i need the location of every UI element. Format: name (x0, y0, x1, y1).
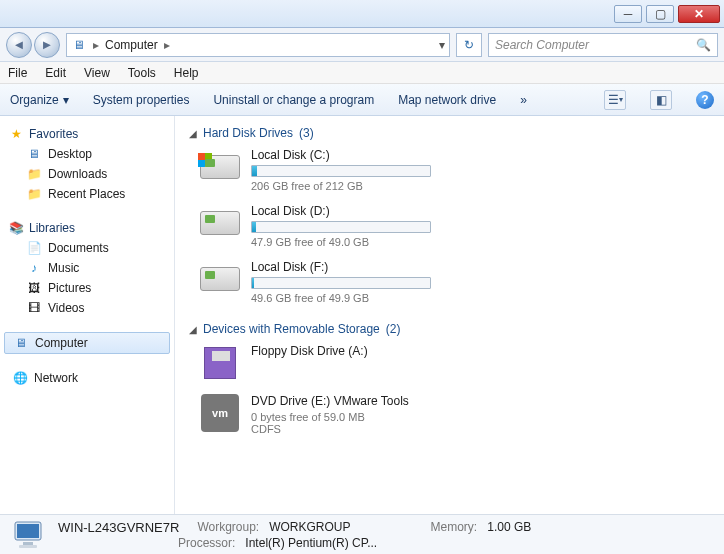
sidebar-item-downloads[interactable]: 📁Downloads (4, 164, 170, 184)
workgroup-value: WORKGROUP (269, 520, 350, 535)
section-removable-storage[interactable]: ◢ Devices with Removable Storage (2) (189, 322, 710, 336)
menu-help[interactable]: Help (174, 66, 199, 80)
usage-text: 49.6 GB free of 49.9 GB (251, 292, 449, 304)
address-dropdown-icon[interactable]: ▾ (439, 38, 445, 52)
breadcrumb-computer[interactable]: Computer (105, 38, 158, 52)
downloads-icon: 📁 (26, 166, 42, 182)
nav-bar: ◄ ► 🖥 ▸ Computer ▸ ▾ ↻ Search Computer 🔍 (0, 28, 724, 62)
computer-name: WIN-L243GVRNE7R (58, 520, 179, 535)
memory-label: Memory: (431, 520, 478, 535)
system-properties-button[interactable]: System properties (93, 93, 190, 107)
drive-label: Local Disk (D:) (251, 204, 449, 218)
hdd-icon (199, 204, 241, 242)
svg-rect-1 (17, 524, 39, 538)
drive-label: Local Disk (F:) (251, 260, 449, 274)
sidebar-item-recent-places[interactable]: 📁Recent Places (4, 184, 170, 204)
usage-text: 206 GB free of 212 GB (251, 180, 449, 192)
menu-tools[interactable]: Tools (128, 66, 156, 80)
organize-button[interactable]: Organize▾ (10, 93, 69, 107)
menu-file[interactable]: File (8, 66, 27, 80)
sidebar-item-documents[interactable]: 📄Documents (4, 238, 170, 258)
dvd-icon: vm (199, 394, 241, 432)
videos-icon: 🎞 (26, 300, 42, 316)
breadcrumb-sep: ▸ (91, 38, 101, 52)
usage-text: 0 bytes free of 59.0 MB (251, 411, 449, 423)
filesystem-text: CDFS (251, 423, 449, 435)
search-icon: 🔍 (696, 38, 711, 52)
star-icon: ★ (8, 126, 24, 142)
documents-icon: 📄 (26, 240, 42, 256)
view-mode-button[interactable]: ☰▾ (604, 90, 626, 110)
menu-bar: File Edit View Tools Help (0, 62, 724, 84)
usage-bar (251, 221, 431, 233)
section-hard-disk-drives[interactable]: ◢ Hard Disk Drives (3) (189, 126, 710, 140)
computer-large-icon (12, 519, 48, 551)
search-placeholder: Search Computer (495, 38, 589, 52)
address-bar[interactable]: 🖥 ▸ Computer ▸ ▾ (66, 33, 450, 57)
maximize-button[interactable]: ▢ (646, 5, 674, 23)
svg-rect-2 (23, 542, 33, 545)
sidebar-item-videos[interactable]: 🎞Videos (4, 298, 170, 318)
collapse-icon: ◢ (189, 128, 197, 139)
search-input[interactable]: Search Computer 🔍 (488, 33, 718, 57)
processor-label: Processor: (178, 536, 235, 550)
drive-label: DVD Drive (E:) VMware Tools (251, 394, 449, 408)
drive-c[interactable]: Local Disk (C:) 206 GB free of 212 GB (199, 148, 449, 192)
sidebar-libraries-header[interactable]: 📚 Libraries (4, 218, 170, 238)
breadcrumb-sep-end: ▸ (162, 38, 172, 52)
navigation-pane: ★ Favorites 🖥Desktop 📁Downloads 📁Recent … (0, 116, 175, 514)
sidebar-item-computer[interactable]: 🖥Computer (4, 332, 170, 354)
network-icon: 🌐 (12, 370, 28, 386)
usage-text: 47.9 GB free of 49.0 GB (251, 236, 449, 248)
uninstall-program-button[interactable]: Uninstall or change a program (213, 93, 374, 107)
menu-view[interactable]: View (84, 66, 110, 80)
toolbar: Organize▾ System properties Uninstall or… (0, 84, 724, 116)
minimize-button[interactable]: ─ (614, 5, 642, 23)
hdd-icon (199, 260, 241, 298)
map-network-drive-button[interactable]: Map network drive (398, 93, 496, 107)
main-split: ★ Favorites 🖥Desktop 📁Downloads 📁Recent … (0, 116, 724, 514)
recent-places-icon: 📁 (26, 186, 42, 202)
svg-rect-3 (19, 545, 37, 548)
sidebar-item-pictures[interactable]: 🖼Pictures (4, 278, 170, 298)
menu-edit[interactable]: Edit (45, 66, 66, 80)
sidebar-item-music[interactable]: ♪Music (4, 258, 170, 278)
drive-label: Local Disk (C:) (251, 148, 449, 162)
floppy-icon (199, 344, 241, 382)
drive-e[interactable]: vm DVD Drive (E:) VMware Tools 0 bytes f… (199, 394, 449, 435)
toolbar-overflow-button[interactable]: » (520, 93, 527, 107)
drive-f[interactable]: Local Disk (F:) 49.6 GB free of 49.9 GB (199, 260, 449, 304)
help-button[interactable]: ? (696, 91, 714, 109)
libraries-icon: 📚 (8, 220, 24, 236)
music-icon: ♪ (26, 260, 42, 276)
collapse-icon: ◢ (189, 324, 197, 335)
refresh-button[interactable]: ↻ (456, 33, 482, 57)
usage-bar (251, 277, 431, 289)
drive-a[interactable]: Floppy Disk Drive (A:) (199, 344, 449, 382)
sidebar-item-desktop[interactable]: 🖥Desktop (4, 144, 170, 164)
forward-button[interactable]: ► (34, 32, 60, 58)
pictures-icon: 🖼 (26, 280, 42, 296)
desktop-icon: 🖥 (26, 146, 42, 162)
preview-pane-button[interactable]: ◧ (650, 90, 672, 110)
chevron-down-icon: ▾ (63, 93, 69, 107)
workgroup-label: Workgroup: (197, 520, 259, 535)
computer-icon: 🖥 (13, 335, 29, 351)
usage-bar (251, 165, 431, 177)
details-pane: WIN-L243GVRNE7R Workgroup: WORKGROUP Mem… (0, 514, 724, 554)
drive-d[interactable]: Local Disk (D:) 47.9 GB free of 49.0 GB (199, 204, 449, 248)
content-pane: ◢ Hard Disk Drives (3) Local Disk (C:) 2… (175, 116, 724, 514)
memory-value: 1.00 GB (487, 520, 531, 535)
sidebar-item-network[interactable]: 🌐Network (4, 368, 170, 388)
close-button[interactable]: ✕ (678, 5, 720, 23)
drive-label: Floppy Disk Drive (A:) (251, 344, 449, 358)
computer-icon: 🖥 (71, 37, 87, 53)
sidebar-favorites-header[interactable]: ★ Favorites (4, 124, 170, 144)
processor-value: Intel(R) Pentium(R) CP... (245, 536, 377, 550)
back-button[interactable]: ◄ (6, 32, 32, 58)
hdd-icon (199, 148, 241, 186)
title-bar: ─ ▢ ✕ (0, 0, 724, 28)
